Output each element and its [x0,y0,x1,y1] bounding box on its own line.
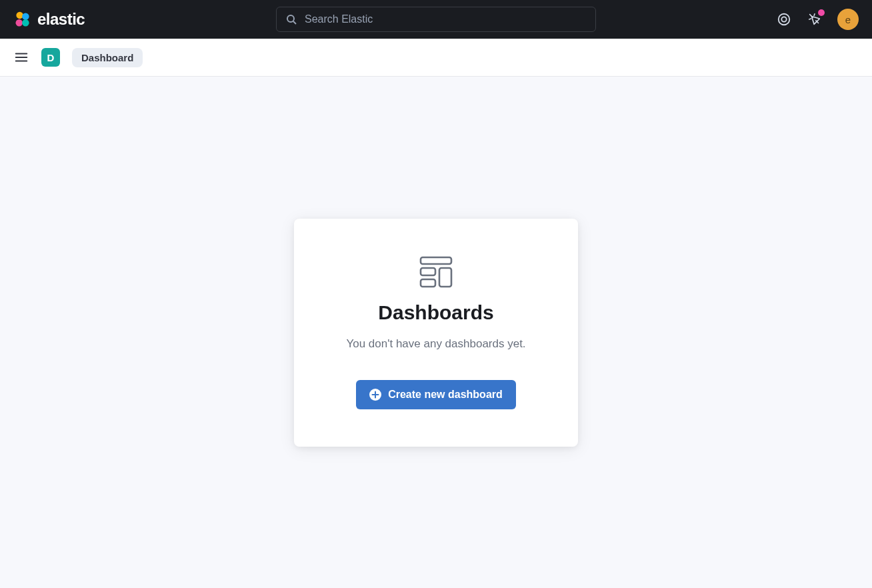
plus-circle-icon [369,389,381,401]
svg-rect-11 [421,257,451,264]
dashboard-icon [419,256,453,288]
svg-rect-12 [421,268,435,275]
svg-point-0 [16,12,23,19]
breadcrumb-dashboard[interactable]: Dashboard [72,48,143,67]
svg-point-4 [287,15,294,22]
svg-point-3 [22,19,29,27]
empty-state-card: Dashboards You don't have any dashboards… [294,219,578,447]
search-icon [286,14,297,25]
svg-point-1 [22,13,29,20]
global-search[interactable]: Search Elastic [276,7,596,32]
svg-point-7 [781,17,786,21]
sub-header: D Dashboard [0,39,872,77]
help-icon[interactable] [776,11,792,27]
avatar-letter: e [845,14,851,25]
empty-state-title: Dashboards [378,301,493,324]
space-letter: D [47,52,55,63]
global-header: elastic Search Elastic [0,0,872,39]
menu-toggle-button[interactable] [13,49,29,65]
svg-line-5 [293,21,296,24]
brand-name: elastic [37,10,85,29]
space-selector[interactable]: D [41,48,60,67]
svg-rect-14 [439,268,451,287]
brand-logo[interactable]: elastic [13,10,85,29]
news-icon[interactable] [807,11,823,27]
header-actions: e [776,9,859,30]
breadcrumb-label: Dashboard [81,52,133,63]
svg-point-2 [16,19,23,27]
empty-state-subtitle: You don't have any dashboards yet. [346,337,525,351]
search-placeholder: Search Elastic [305,13,373,25]
notification-dot-icon [818,9,825,16]
create-dashboard-label: Create new dashboard [388,389,503,401]
svg-point-6 [779,14,790,25]
svg-rect-13 [421,279,435,287]
user-avatar[interactable]: e [837,9,859,30]
create-dashboard-button[interactable]: Create new dashboard [356,380,516,409]
elastic-logo-icon [13,10,32,29]
main-content: Dashboards You don't have any dashboards… [0,77,872,588]
